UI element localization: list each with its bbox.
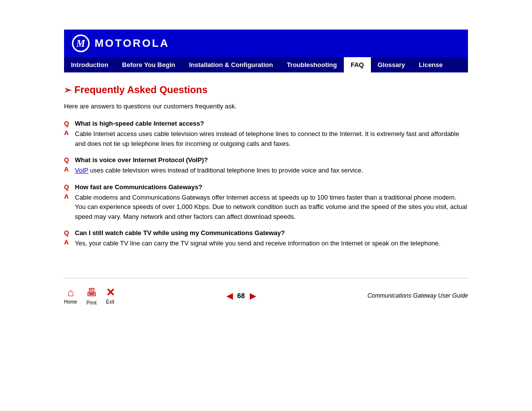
faq-question-2: Q What is voice over Internet Protocol (…	[64, 156, 468, 164]
home-button[interactable]: ⌂ Home	[64, 287, 77, 305]
faq-answer-1: A Cable Internet access uses cable telev…	[64, 129, 468, 148]
next-page-button[interactable]: ▶	[250, 291, 256, 301]
faq-question-4: Q Can I still watch cable TV while using…	[64, 229, 468, 237]
nav-item-troubleshooting[interactable]: Troubleshooting	[280, 57, 344, 72]
faq-q-label-4: Q	[64, 229, 71, 237]
nav-item-introduction[interactable]: Introduction	[64, 57, 115, 72]
guide-text: Communications Gateway User Guide	[367, 292, 468, 299]
faq-item-4: Q Can I still watch cable TV while using…	[64, 229, 468, 248]
faq-question-1: Q What is high-speed cable Internet acce…	[64, 120, 468, 127]
exit-icon: ✕	[106, 287, 115, 298]
nav-item-license[interactable]: License	[412, 57, 449, 72]
footer-bar: ⌂ Home 🖶 Print ✕ Exit ◀ 68 ▶ Communic	[64, 278, 468, 306]
faq-a-label-3: A	[64, 193, 71, 200]
faq-a-label-2: A	[64, 166, 71, 173]
faq-a-text-3: Cable modems and Communications Gateways…	[75, 193, 468, 222]
prev-page-button[interactable]: ◀	[227, 291, 233, 301]
motorola-logo-text: MOTOROLA	[95, 37, 169, 50]
exit-label: Exit	[106, 299, 114, 305]
motorola-m-icon: M	[76, 38, 85, 49]
print-button[interactable]: 🖶 Print	[86, 286, 97, 306]
faq-q-text-3: How fast are Communications Gateways?	[75, 183, 202, 191]
print-icon: 🖶	[86, 286, 97, 299]
faq-a-text-1: Cable Internet access uses cable televis…	[75, 129, 468, 148]
faq-q-label-3: Q	[64, 183, 71, 191]
print-label: Print	[86, 300, 97, 306]
faq-a-text-2: VoIP uses cable television wires instead…	[75, 166, 363, 175]
page-number: 68	[237, 292, 245, 300]
footer-icons: ⌂ Home 🖶 Print ✕ Exit	[64, 286, 115, 306]
nav-item-installation[interactable]: Installation & Configuration	[182, 57, 280, 72]
faq-q-text-4: Can I still watch cable TV while using m…	[75, 229, 285, 237]
faq-q-label-1: Q	[64, 120, 71, 127]
page-wrapper: M MOTOROLA Introduction Before You Begin…	[0, 0, 532, 411]
faq-item-1: Q What is high-speed cable Internet acce…	[64, 120, 468, 148]
main-content: ➣ Frequently Asked Questions Here are an…	[64, 72, 468, 266]
faq-a-text-4: Yes, your cable TV line can carry the TV…	[75, 239, 440, 248]
faq-q-label-2: Q	[64, 156, 71, 164]
faq-a-label-4: A	[64, 239, 71, 246]
nav-item-before-you-begin[interactable]: Before You Begin	[115, 57, 182, 72]
exit-button[interactable]: ✕ Exit	[106, 287, 115, 305]
faq-a-label-1: A	[64, 129, 71, 137]
home-label: Home	[64, 299, 77, 305]
faq-item-2: Q What is voice over Internet Protocol (…	[64, 156, 468, 175]
faq-answer-2: A VoIP uses cable television wires inste…	[64, 166, 468, 175]
page-title: ➣ Frequently Asked Questions	[64, 84, 468, 96]
footer-nav: ◀ 68 ▶	[227, 291, 256, 301]
home-icon: ⌂	[67, 287, 74, 298]
faq-question-3: Q How fast are Communications Gateways?	[64, 183, 468, 191]
faq-answer-4: A Yes, your cable TV line can carry the …	[64, 239, 468, 248]
nav-item-faq[interactable]: FAQ	[344, 57, 371, 72]
title-arrow-icon: ➣	[64, 85, 71, 96]
nav-bar: Introduction Before You Begin Installati…	[64, 57, 468, 72]
content-box: M MOTOROLA Introduction Before You Begin…	[64, 30, 468, 306]
motorola-logo-circle: M	[72, 34, 90, 52]
voip-link[interactable]: VoIP	[75, 167, 88, 174]
faq-q-text-1: What is high-speed cable Internet access…	[75, 120, 204, 127]
nav-item-glossary[interactable]: Glossary	[371, 57, 412, 72]
faq-q-text-2: What is voice over Internet Protocol (Vo…	[75, 156, 208, 164]
intro-text: Here are answers to questions our custom…	[64, 103, 468, 110]
faq-answer-3: A Cable modems and Communications Gatewa…	[64, 193, 468, 222]
header-bar: M MOTOROLA	[64, 30, 468, 57]
faq-item-3: Q How fast are Communications Gateways? …	[64, 183, 468, 222]
